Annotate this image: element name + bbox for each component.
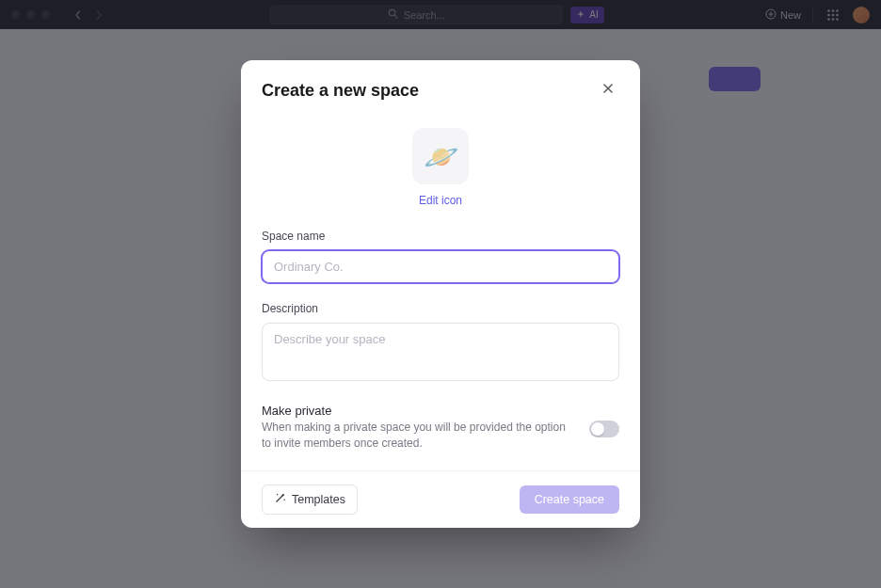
make-private-desc: When making a private space you will be …	[262, 420, 574, 452]
templates-label: Templates	[292, 493, 345, 506]
close-button[interactable]	[597, 79, 619, 102]
make-private-title: Make private	[262, 404, 574, 418]
svg-point-17	[283, 499, 284, 500]
space-name-label: Space name	[262, 230, 619, 243]
description-label: Description	[262, 302, 619, 315]
templates-button[interactable]: Templates	[262, 485, 358, 515]
toggle-knob	[591, 422, 604, 436]
create-space-button[interactable]: Create space	[520, 485, 619, 514]
planet-icon: 🪐	[424, 140, 458, 173]
wand-icon	[274, 492, 286, 507]
create-space-modal: Create a new space 🪐 Edit icon Space nam…	[241, 60, 640, 528]
modal-title: Create a new space	[262, 81, 419, 101]
make-private-toggle[interactable]	[589, 421, 619, 437]
space-name-input[interactable]	[262, 250, 619, 283]
svg-point-16	[277, 494, 278, 495]
modal-overlay: Create a new space 🪐 Edit icon Space nam…	[0, 0, 881, 588]
space-icon-picker[interactable]: 🪐	[412, 128, 469, 184]
close-icon	[601, 82, 615, 99]
edit-icon-link[interactable]: Edit icon	[419, 194, 462, 207]
description-input[interactable]	[262, 323, 619, 381]
